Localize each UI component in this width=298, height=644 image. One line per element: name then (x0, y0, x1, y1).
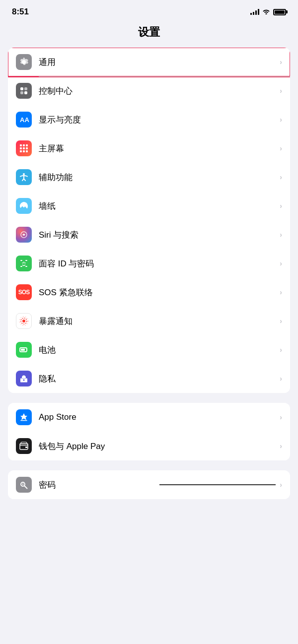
faceid-icon (16, 256, 32, 271)
accessibility-chevron: › (280, 173, 282, 181)
svg-rect-27 (25, 447, 27, 448)
display-label: 显示与亮度 (39, 114, 280, 126)
accessibility-icon (16, 169, 32, 185)
appstore-chevron: › (280, 413, 282, 421)
appstore-label: App Store (39, 412, 280, 422)
privacy-label: 隐私 (39, 373, 280, 385)
settings-item-wallet[interactable]: 钱包与 Apple Pay › (8, 432, 290, 460)
page-title: 设置 (0, 21, 298, 48)
svg-point-14 (23, 173, 25, 175)
home-screen-chevron: › (280, 144, 282, 152)
svg-point-24 (23, 380, 25, 381)
battery-icon (273, 9, 286, 15)
privacy-chevron: › (280, 375, 282, 383)
status-time: 8:51 (12, 7, 29, 17)
settings-item-battery[interactable]: 电池 › (8, 335, 290, 364)
passwords-icon (16, 477, 32, 493)
wallet-icon (16, 438, 32, 454)
svg-rect-6 (23, 144, 25, 146)
svg-rect-1 (24, 87, 27, 90)
home-screen-label: 主屏幕 (39, 143, 280, 154)
settings-item-faceid[interactable]: 面容 ID 与密码 › (8, 249, 290, 278)
sos-icon: SOS (16, 284, 32, 300)
appstore-icon (16, 409, 32, 425)
wallpaper-label: 墙纸 (39, 200, 280, 212)
signal-icon (250, 9, 259, 15)
svg-rect-11 (20, 150, 22, 152)
svg-rect-13 (26, 150, 28, 152)
accessibility-label: 辅助功能 (39, 172, 280, 183)
settings-item-accessibility[interactable]: 辅助功能 › (8, 163, 290, 192)
passwords-underline (159, 484, 276, 485)
general-label: 通用 (39, 57, 280, 68)
siri-label: Siri 与搜索 (39, 229, 280, 241)
svg-rect-2 (20, 91, 23, 94)
settings-item-general[interactable]: 通用 › (8, 48, 290, 76)
svg-rect-7 (26, 144, 28, 146)
svg-rect-8 (20, 147, 22, 149)
wifi-icon (262, 8, 270, 16)
settings-item-passwords[interactable]: 密码 › (8, 470, 290, 499)
svg-rect-10 (26, 147, 28, 149)
privacy-icon (16, 371, 32, 386)
svg-rect-23 (21, 349, 25, 351)
wallet-label: 钱包与 Apple Pay (39, 441, 280, 452)
settings-item-home-screen[interactable]: 主屏幕 › (8, 134, 290, 163)
exposure-icon (16, 313, 32, 329)
settings-item-wallpaper[interactable]: 墙纸 › (8, 192, 290, 220)
display-icon: AA (16, 112, 32, 128)
passwords-label: 密码 (39, 479, 155, 491)
settings-section-main: 通用 › 控制中心 › AA 显示与亮度 › (8, 48, 290, 393)
svg-point-17 (22, 262, 23, 263)
siri-icon (16, 227, 32, 243)
settings-item-appstore[interactable]: App Store › (8, 403, 290, 432)
svg-point-15 (22, 204, 23, 205)
sos-chevron: › (280, 288, 282, 296)
wallpaper-chevron: › (280, 202, 282, 210)
control-center-chevron: › (280, 87, 282, 95)
svg-point-29 (22, 483, 24, 485)
svg-point-19 (22, 320, 25, 322)
battery-label: 电池 (39, 344, 280, 356)
settings-item-siri[interactable]: Siri 与搜索 › (8, 220, 290, 249)
exposure-chevron: › (280, 317, 282, 325)
home-screen-icon (16, 140, 32, 156)
faceid-chevron: › (280, 259, 282, 267)
control-center-icon (16, 83, 32, 99)
wallet-chevron: › (280, 442, 282, 450)
svg-rect-0 (20, 87, 23, 90)
sos-label: SOS 紧急联络 (39, 287, 280, 298)
svg-point-18 (25, 262, 26, 263)
exposure-label: 暴露通知 (39, 316, 280, 327)
general-icon (16, 54, 32, 70)
svg-rect-9 (23, 147, 25, 149)
settings-item-privacy[interactable]: 隐私 › (8, 364, 290, 393)
siri-chevron: › (280, 231, 282, 239)
settings-item-sos[interactable]: SOS SOS 紧急联络 › (8, 278, 290, 307)
status-bar: 8:51 (0, 0, 298, 21)
svg-text:AA: AA (20, 116, 29, 124)
svg-rect-3 (24, 91, 27, 94)
battery-settings-icon (16, 342, 32, 358)
svg-rect-5 (20, 144, 22, 146)
control-center-label: 控制中心 (39, 85, 280, 97)
settings-item-display[interactable]: AA 显示与亮度 › (8, 105, 290, 134)
settings-section-passwords: 密码 › (8, 470, 290, 499)
faceid-label: 面容 ID 与密码 (39, 258, 280, 269)
general-chevron: › (280, 58, 282, 66)
settings-section-apps: App Store › 钱包与 Apple Pay › (8, 403, 290, 460)
status-icons (250, 8, 286, 16)
display-chevron: › (280, 116, 282, 124)
battery-chevron: › (280, 346, 282, 354)
passwords-chevron: › (280, 481, 282, 489)
settings-item-exposure[interactable]: 暴露通知 › (8, 307, 290, 335)
settings-item-control-center[interactable]: 控制中心 › (8, 76, 290, 105)
svg-rect-12 (23, 150, 25, 152)
wallpaper-icon (16, 198, 32, 214)
